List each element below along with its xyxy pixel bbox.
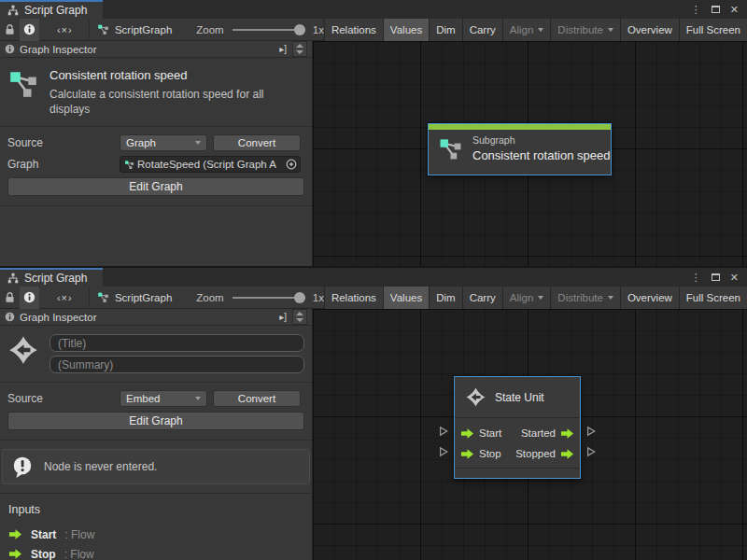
align-button[interactable]: Align (503, 19, 552, 41)
title-input[interactable] (49, 334, 304, 352)
dropdown-arrow-icon (538, 28, 543, 32)
info-icon (23, 23, 35, 35)
maximize-icon[interactable] (712, 273, 720, 281)
subgraph-icon (124, 160, 134, 170)
node-header: State Unit (455, 377, 580, 418)
subgraph-icon (7, 68, 39, 100)
port-connector-icon[interactable] (585, 426, 597, 437)
state-unit-icon (465, 386, 486, 408)
menu-icon[interactable]: ⋮ (691, 4, 701, 16)
align-button[interactable]: Align (503, 287, 552, 309)
flow-in-icon[interactable] (460, 447, 474, 461)
port-connector-icon[interactable] (438, 446, 449, 457)
code-preview-button[interactable]: ‹×› (48, 287, 81, 309)
menu-icon[interactable]: ⋮ (691, 272, 701, 284)
zoom-slider[interactable] (233, 287, 305, 309)
object-picker-icon[interactable] (285, 158, 298, 171)
breadcrumb[interactable]: ScriptGraph (97, 23, 172, 35)
node-title: State Unit (495, 391, 544, 404)
zoom-slider-handle[interactable] (294, 292, 305, 303)
dock-icon[interactable]: ▸] (279, 312, 287, 322)
close-icon[interactable]: ✕ (730, 272, 739, 284)
carry-button[interactable]: Carry (463, 19, 503, 41)
scroll-down-icon[interactable] (296, 50, 303, 54)
port-connector-icon[interactable] (585, 446, 597, 457)
lock-button[interactable] (0, 287, 20, 309)
source-dropdown[interactable]: Graph (120, 134, 207, 151)
edit-graph-button[interactable]: Edit Graph (7, 412, 304, 430)
breadcrumb-label: ScriptGraph (115, 292, 172, 303)
scroll-up-icon[interactable] (296, 44, 303, 48)
relations-button[interactable]: Relations (325, 287, 384, 309)
flow-out-icon[interactable] (560, 447, 574, 461)
breadcrumb-label: ScriptGraph (115, 24, 172, 35)
code-preview-button[interactable]: ‹×› (48, 19, 81, 41)
breadcrumb[interactable]: ScriptGraph (97, 291, 172, 303)
values-button[interactable]: Values (384, 19, 430, 41)
dock-icon[interactable]: ▸] (279, 44, 287, 54)
zoom-slider-handle[interactable] (294, 24, 305, 35)
dropdown-arrow-icon (608, 28, 613, 32)
node-port-area: Start Started Stop Stopped (455, 418, 580, 468)
port-connector-icon[interactable] (438, 426, 449, 437)
tab-title: Script Graph (24, 4, 87, 17)
flow-in-icon[interactable] (460, 427, 474, 441)
info-icon (5, 312, 15, 322)
scroll-spinner[interactable] (292, 41, 307, 57)
graph-inspector-panel: Graph Inspector ▸] Consistent rotation s… (0, 41, 313, 266)
scroll-up-icon[interactable] (296, 312, 303, 315)
tab-script-graph[interactable]: Script Graph (0, 268, 103, 287)
graph-object-field[interactable]: RotateSpeed (Script Graph A (120, 156, 301, 173)
toolbar-button-group: Relations Values Dim Carry Align Distrib… (324, 287, 747, 309)
flow-arrow-icon (8, 547, 22, 560)
port-row: Stop Stopped (460, 443, 574, 464)
distribute-button[interactable]: Distribute (551, 19, 621, 41)
relations-button[interactable]: Relations (325, 19, 384, 41)
script-graph-window-bottom: Script Graph ⋮ ✕ ‹×› ScriptGraph Zoom 1x… (0, 268, 747, 560)
flow-out-icon[interactable] (560, 427, 574, 441)
overview-button[interactable]: Overview (621, 19, 680, 41)
zoom-slider[interactable] (233, 19, 305, 41)
subgraph-node[interactable]: Subgraph Consistent rotation speed (428, 123, 612, 175)
convert-button[interactable]: Convert (213, 390, 301, 407)
flow-arrow-icon (8, 527, 22, 541)
tab-bar: Script Graph ⋮ ✕ (0, 268, 747, 287)
close-icon[interactable]: ✕ (730, 4, 739, 16)
graph-canvas[interactable]: State Unit Start Started Stop Stoppe (313, 309, 747, 560)
state-unit-node[interactable]: State Unit Start Started Stop Stoppe (454, 376, 581, 479)
scroll-down-icon[interactable] (296, 318, 303, 322)
zoom-label: Zoom (196, 292, 223, 303)
lock-button[interactable] (0, 19, 20, 41)
graph-inspector-title: Graph Inspector (20, 312, 96, 323)
tab-script-graph[interactable]: Script Graph (0, 0, 103, 19)
node-summary-block (0, 326, 312, 383)
dropdown-arrow-icon (195, 141, 201, 145)
summary-input[interactable] (49, 356, 304, 373)
dropdown-arrow-icon (538, 296, 543, 300)
maximize-icon[interactable] (712, 6, 720, 13)
graph-toolbar: ‹×› ScriptGraph Zoom 1x Relations Values… (0, 19, 747, 41)
dropdown-arrow-icon (195, 397, 201, 400)
distribute-button[interactable]: Distribute (551, 287, 621, 309)
inspector-toggle-button[interactable] (20, 19, 39, 41)
edit-graph-button[interactable]: Edit Graph (7, 177, 304, 196)
window-controls: ⋮ ✕ (691, 0, 747, 19)
dim-button[interactable]: Dim (430, 287, 462, 309)
full-screen-button[interactable]: Full Screen (680, 287, 747, 309)
convert-button[interactable]: Convert (213, 134, 301, 151)
values-button[interactable]: Values (384, 287, 430, 309)
inspector-toggle-button[interactable] (20, 287, 39, 309)
source-dropdown[interactable]: Embed (120, 390, 207, 407)
window-controls: ⋮ ✕ (691, 268, 747, 287)
info-icon (23, 291, 35, 303)
dim-button[interactable]: Dim (430, 19, 462, 41)
carry-button[interactable]: Carry (463, 287, 503, 309)
graph-object-value: RotateSpeed (Script Graph A (137, 159, 283, 170)
graph-canvas[interactable]: Subgraph Consistent rotation speed (313, 41, 747, 266)
full-screen-button[interactable]: Full Screen (680, 19, 747, 41)
overview-button[interactable]: Overview (621, 287, 680, 309)
graph-tree-icon (7, 5, 19, 16)
scroll-spinner[interactable] (292, 309, 307, 325)
graph-field-label: Graph (7, 158, 120, 171)
graph-inspector-title: Graph Inspector (20, 44, 96, 55)
